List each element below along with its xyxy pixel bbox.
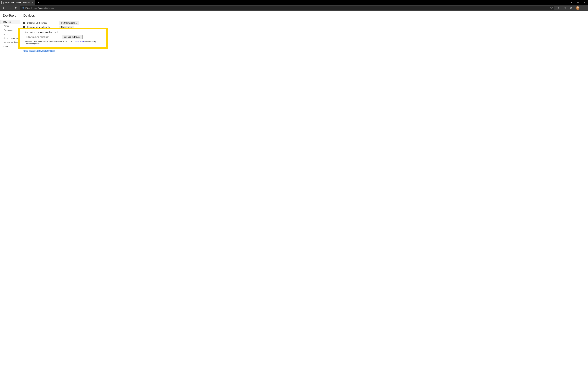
sidebar-item-apps[interactable]: Apps bbox=[3, 32, 21, 36]
address-bar[interactable]: Edge edge://inspect/#devices bbox=[20, 6, 554, 10]
learn-more-link[interactable]: Learn more bbox=[74, 41, 84, 43]
remote-connect-title: Connect to a remote Windows device bbox=[25, 31, 101, 33]
tab-title: Inspect with Chrome Developer bbox=[5, 1, 30, 3]
new-tab-button[interactable]: ＋ bbox=[35, 1, 42, 4]
engine-label: Edge bbox=[25, 7, 30, 9]
svg-marker-6 bbox=[550, 7, 552, 9]
edge-logo-icon bbox=[21, 7, 24, 9]
tab-close-icon[interactable]: ✕ bbox=[30, 1, 34, 4]
browser-tab[interactable]: Inspect with Chrome Developer ✕ bbox=[0, 0, 35, 5]
window-minimize-button[interactable] bbox=[568, 0, 575, 5]
sidebar-item-extensions[interactable]: Extensions bbox=[3, 28, 21, 32]
window-maximize-button[interactable] bbox=[575, 0, 581, 5]
window-close-button[interactable] bbox=[581, 0, 588, 5]
profile-badge-button[interactable] bbox=[568, 5, 574, 11]
sidebar-item-devices[interactable]: Devices bbox=[0, 20, 21, 24]
forward-button[interactable] bbox=[7, 5, 13, 11]
devtools-sidebar: DevTools Devices Pages Extensions Apps S… bbox=[0, 11, 21, 374]
favorite-star-icon[interactable] bbox=[550, 6, 553, 10]
svg-point-15 bbox=[583, 8, 583, 8]
discover-usb-row: Discover USB devices Port forwarding... bbox=[23, 21, 584, 25]
reload-button[interactable] bbox=[13, 5, 19, 11]
main-panel: Devices Discover USB devices Port forwar… bbox=[21, 11, 588, 374]
svg-rect-1 bbox=[577, 2, 578, 3]
more-menu-button[interactable] bbox=[581, 5, 587, 11]
divider bbox=[23, 54, 584, 54]
favorites-button[interactable] bbox=[555, 5, 561, 11]
remote-connect-highlight: Connect to a remote Windows device Conne… bbox=[18, 28, 108, 49]
discover-usb-checkbox[interactable] bbox=[23, 22, 25, 24]
user-avatar[interactable] bbox=[576, 6, 579, 10]
divider bbox=[31, 7, 32, 9]
browser-toolbar: Edge edge://inspect/#devices bbox=[0, 5, 588, 11]
sidebar-item-other[interactable]: Other bbox=[3, 44, 21, 48]
discover-usb-label: Discover USB devices bbox=[27, 22, 47, 24]
window-titlebar: Inspect with Chrome Developer ✕ ＋ bbox=[0, 0, 588, 5]
remote-address-input[interactable] bbox=[25, 35, 53, 39]
sidebar-item-shared-workers[interactable]: Shared workers bbox=[3, 36, 21, 40]
sidebar-item-service-workers[interactable]: Service workers bbox=[3, 40, 21, 44]
page-content: DevTools Devices Pages Extensions Apps S… bbox=[0, 11, 588, 374]
sidebar-item-pages[interactable]: Pages bbox=[3, 24, 21, 28]
port-forwarding-button[interactable]: Port forwarding... bbox=[59, 21, 79, 25]
remote-hint-text: Windows Device Portal must be enabled in… bbox=[25, 41, 101, 44]
sidebar-title: DevTools bbox=[3, 14, 21, 18]
svg-point-14 bbox=[571, 7, 571, 8]
svg-point-17 bbox=[585, 8, 585, 8]
page-icon bbox=[1, 1, 3, 4]
svg-point-16 bbox=[584, 8, 584, 8]
back-button[interactable] bbox=[1, 5, 7, 11]
open-node-devtools-link[interactable]: Open dedicated DevTools for Node bbox=[23, 50, 55, 52]
url-text: edge://inspect/#devices bbox=[33, 7, 54, 9]
page-title: Devices bbox=[23, 14, 584, 18]
collections-button[interactable] bbox=[562, 5, 568, 11]
connect-to-device-button[interactable]: Connect to Device bbox=[62, 35, 83, 39]
svg-marker-7 bbox=[557, 7, 559, 9]
